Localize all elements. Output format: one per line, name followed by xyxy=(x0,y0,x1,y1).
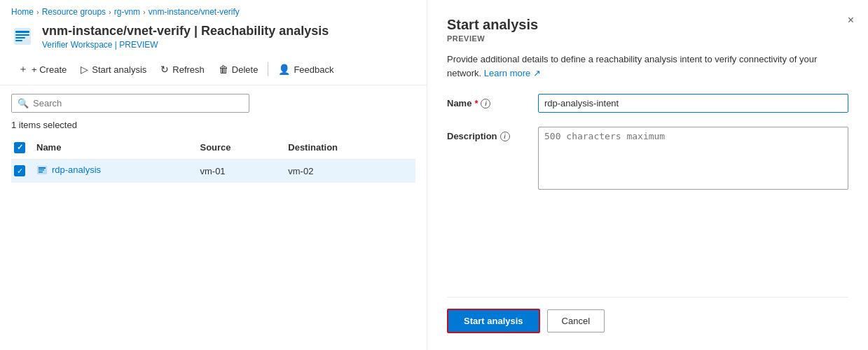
panel-description: Provide additional details to define a r… xyxy=(447,52,825,80)
left-panel: Home › Resource groups › rg-vnm › vnm-in… xyxy=(0,0,427,350)
search-box: 🔍 xyxy=(11,94,249,113)
name-label: Name * i xyxy=(447,94,524,108)
breadcrumb-sep1: › xyxy=(36,8,39,16)
svg-rect-1 xyxy=(15,31,29,33)
data-table: Name Source Destination xyxy=(11,136,415,183)
table-row[interactable]: rdp-analysis vm-01 vm-02 xyxy=(11,159,415,183)
breadcrumb-instance[interactable]: vnm-instance/vnet-verify xyxy=(149,7,240,17)
start-analysis-toolbar-button[interactable]: ▷ Start analysis xyxy=(74,60,153,78)
search-input[interactable] xyxy=(33,98,243,108)
svg-rect-3 xyxy=(15,37,25,38)
row-checkbox-cell xyxy=(11,159,34,183)
create-button[interactable]: ＋ + Create xyxy=(11,59,74,79)
start-analysis-button[interactable]: Start analysis xyxy=(447,309,540,333)
delete-button[interactable]: 🗑 Delete xyxy=(212,60,266,78)
page-header: vnm-instance/vnet-verify | Reachability … xyxy=(0,21,427,55)
description-label: Description i xyxy=(447,127,524,141)
row-destination-cell: vm-02 xyxy=(285,159,415,183)
breadcrumb-home[interactable]: Home xyxy=(11,7,34,17)
breadcrumb: Home › Resource groups › rg-vnm › vnm-in… xyxy=(0,0,427,21)
name-column-header: Name xyxy=(34,136,197,159)
svg-rect-2 xyxy=(15,34,29,36)
breadcrumb-sep3: › xyxy=(143,8,146,16)
refresh-button[interactable]: ↻ Refresh xyxy=(153,60,212,78)
description-form-row: Description i xyxy=(447,127,848,190)
table-header-row: Name Source Destination xyxy=(11,136,415,159)
description-info-icon[interactable]: i xyxy=(500,132,510,141)
description-textarea[interactable] xyxy=(538,127,848,190)
select-all-column xyxy=(11,136,34,159)
search-area: 🔍 xyxy=(0,85,427,117)
toolbar: ＋ + Create ▷ Start analysis ↻ Refresh 🗑 … xyxy=(0,55,427,85)
refresh-label: Refresh xyxy=(172,64,205,75)
delete-label: Delete xyxy=(232,64,259,75)
name-info-icon[interactable]: i xyxy=(481,99,490,108)
destination-column-header: Destination xyxy=(285,136,415,159)
search-icon: 🔍 xyxy=(18,98,29,108)
svg-rect-8 xyxy=(39,172,43,173)
play-icon: ▷ xyxy=(81,64,88,75)
row-source-cell: vm-01 xyxy=(197,159,285,183)
feedback-button[interactable]: 👤 Feedback xyxy=(271,60,340,78)
row-name-cell: rdp-analysis xyxy=(34,159,197,183)
breadcrumb-sep2: › xyxy=(109,8,111,16)
page-icon xyxy=(11,24,34,49)
svg-rect-0 xyxy=(14,28,31,45)
selected-count: 1 items selected xyxy=(0,117,427,136)
page-subtitle: Verifier Workspace | PREVIEW xyxy=(42,40,329,50)
required-star: * xyxy=(474,98,478,108)
breadcrumb-resource-groups[interactable]: Resource groups xyxy=(42,7,106,17)
form-area: Name * i Description i xyxy=(447,94,848,297)
svg-rect-7 xyxy=(39,169,44,171)
create-icon: ＋ xyxy=(18,63,28,76)
feedback-icon: 👤 xyxy=(278,64,290,75)
name-form-row: Name * i xyxy=(447,94,848,113)
svg-rect-6 xyxy=(39,167,46,169)
table-area: Name Source Destination xyxy=(0,136,427,350)
learn-more-link[interactable]: Learn more ↗ xyxy=(484,68,541,78)
panel-footer: Start analysis Cancel xyxy=(447,297,848,333)
panel-title: Start analysis xyxy=(447,17,848,33)
source-column-header: Source xyxy=(197,136,285,159)
row-icon-name: rdp-analysis xyxy=(36,164,101,176)
breadcrumb-rg-vnm[interactable]: rg-vnm xyxy=(114,7,140,17)
row-checkbox[interactable] xyxy=(14,165,25,176)
page-title-area: vnm-instance/vnet-verify | Reachability … xyxy=(42,24,329,50)
row-name-text: rdp-analysis xyxy=(52,164,101,175)
delete-icon: 🗑 xyxy=(219,64,228,75)
panel-close-button[interactable]: × xyxy=(848,14,854,27)
refresh-icon: ↻ xyxy=(160,64,169,75)
select-all-checkbox[interactable] xyxy=(14,142,25,153)
toolbar-separator xyxy=(268,62,268,76)
page-title: vnm-instance/vnet-verify | Reachability … xyxy=(42,24,329,38)
create-label: + Create xyxy=(32,64,67,75)
cancel-button[interactable]: Cancel xyxy=(547,309,605,332)
panel-preview-label: PREVIEW xyxy=(447,34,848,43)
name-input[interactable] xyxy=(538,94,848,113)
start-analysis-toolbar-label: Start analysis xyxy=(92,64,146,75)
feedback-label: Feedback xyxy=(294,64,333,75)
svg-rect-4 xyxy=(15,40,22,41)
right-panel: × Start analysis PREVIEW Provide additio… xyxy=(427,0,868,350)
